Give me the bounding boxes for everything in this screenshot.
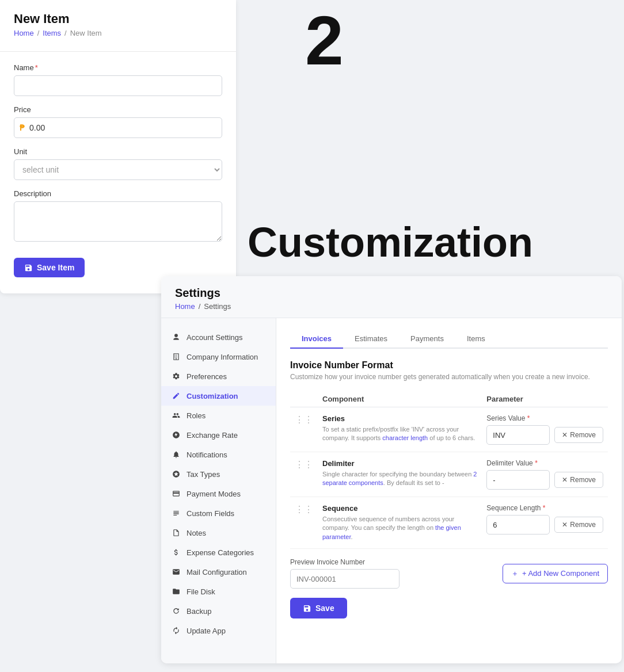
param-label-sequence: Sequence Length *: [486, 504, 603, 512]
person-icon: [172, 333, 181, 342]
component-desc-sequence: Consecutive sequence of numbers across y…: [322, 515, 477, 541]
sidebar-item-update[interactable]: Update App: [161, 621, 276, 640]
sidebar-label-preferences: Preferences: [187, 372, 227, 381]
delimiter-value-input[interactable]: [486, 470, 550, 490]
settings-sidebar: Account Settings Company Information Pre…: [161, 318, 276, 663]
file-icon: [172, 587, 181, 596]
sidebar-label-notifications: Notifications: [187, 450, 227, 459]
sidebar-item-mail[interactable]: Mail Configuration: [161, 562, 276, 582]
param-label-delimiter: Delimiter Value *: [486, 459, 603, 467]
name-label: Name*: [14, 63, 222, 72]
sidebar-item-payment[interactable]: Payment Modes: [161, 484, 276, 503]
breadcrumb-home[interactable]: Home: [14, 29, 34, 37]
payment-icon: [172, 489, 181, 498]
preview-input[interactable]: [290, 569, 399, 589]
component-name-series: Series: [322, 414, 477, 423]
drag-handle-delimiter[interactable]: ⋮⋮: [295, 459, 313, 469]
notes-icon: [172, 528, 181, 537]
step-number: 2: [305, 6, 344, 75]
sidebar-item-file[interactable]: File Disk: [161, 582, 276, 601]
sidebar-item-custom-fields[interactable]: Custom Fields: [161, 503, 276, 523]
preview-label: Preview Invoice Number: [290, 558, 493, 566]
drag-handle-series[interactable]: ⋮⋮: [295, 414, 313, 425]
remove-delimiter-button[interactable]: ✕ Remove: [554, 472, 603, 488]
sidebar-label-company: Company Information: [187, 353, 258, 361]
settings-save-button[interactable]: Save: [290, 598, 347, 618]
settings-header: Settings Home / Settings: [161, 276, 622, 318]
save-icon-settings: [303, 604, 311, 613]
component-name-delimiter: Delimiter: [322, 459, 477, 468]
component-row-sequence: ⋮⋮ Sequence Consecutive sequence of numb…: [290, 497, 608, 549]
tab-items[interactable]: Items: [455, 330, 497, 349]
settings-main: Invoices Estimates Payments Items Invoic…: [276, 318, 622, 663]
settings-body: Account Settings Company Information Pre…: [161, 318, 622, 663]
sidebar-item-notes[interactable]: Notes: [161, 523, 276, 543]
people-icon: [172, 411, 181, 420]
sidebar-item-expense[interactable]: Expense Categories: [161, 543, 276, 562]
breadcrumb-current: New Item: [70, 29, 102, 37]
unit-select[interactable]: select unit: [14, 159, 222, 180]
sidebar-item-tax[interactable]: Tax Types: [161, 464, 276, 484]
remove-sequence-button[interactable]: ✕ Remove: [554, 517, 603, 533]
backup-icon: [172, 606, 181, 616]
sequence-length-input[interactable]: [486, 515, 550, 534]
tab-estimates[interactable]: Estimates: [343, 330, 399, 349]
unit-field-group: Unit select unit: [14, 147, 222, 180]
component-desc-delimiter: Single character for specifying the boun…: [322, 470, 477, 488]
sidebar-label-payment: Payment Modes: [187, 490, 241, 498]
sidebar-label-backup: Backup: [187, 607, 211, 616]
drag-handle-sequence[interactable]: ⋮⋮: [295, 503, 313, 514]
sidebar-label-update: Update App: [187, 627, 226, 635]
settings-breadcrumb-home[interactable]: Home: [175, 302, 195, 311]
sidebar-item-account[interactable]: Account Settings: [161, 327, 276, 347]
sidebar-label-notes: Notes: [187, 529, 206, 537]
param-label-series: Series Value *: [486, 414, 603, 422]
sidebar-item-company[interactable]: Company Information: [161, 347, 276, 366]
price-input[interactable]: [14, 117, 222, 138]
sidebar-item-backup[interactable]: Backup: [161, 601, 276, 621]
sidebar-label-customization: Customization: [187, 392, 238, 400]
tab-bar: Invoices Estimates Payments Items: [290, 330, 608, 349]
building-icon: [172, 352, 181, 361]
sidebar-item-customization[interactable]: Customization: [161, 386, 276, 406]
sidebar-item-exchange[interactable]: Exchange Rate: [161, 425, 276, 445]
breadcrumb-items[interactable]: Items: [43, 29, 61, 37]
tax-icon: [172, 469, 181, 479]
price-field-group: Price ₱: [14, 105, 222, 138]
name-input[interactable]: [14, 75, 222, 96]
name-field-group: Name*: [14, 63, 222, 96]
unit-label: Unit: [14, 147, 222, 156]
sidebar-item-notifications[interactable]: Notifications: [161, 445, 276, 464]
description-label: Description: [14, 189, 222, 198]
section-description: Customize how your invoice number gets g…: [290, 373, 608, 381]
breadcrumb: Home / Items / New Item: [14, 29, 222, 37]
settings-breadcrumb: Home / Settings: [175, 302, 608, 311]
sidebar-label-custom-fields: Custom Fields: [187, 509, 234, 518]
tab-invoices[interactable]: Invoices: [290, 330, 343, 349]
component-desc-series: To set a static prefix/postfix like 'INV…: [322, 425, 477, 443]
remove-series-button[interactable]: ✕ Remove: [554, 427, 603, 443]
sidebar-label-account: Account Settings: [187, 333, 243, 342]
save-item-button[interactable]: Save Item: [14, 258, 85, 277]
description-input[interactable]: [14, 201, 222, 242]
sidebar-item-preferences[interactable]: Preferences: [161, 366, 276, 386]
component-row-series: ⋮⋮ Series To set a static prefix/postfix…: [290, 407, 608, 452]
page-title: New Item: [14, 12, 222, 26]
component-row-delimiter: ⋮⋮ Delimiter Single character for specif…: [290, 452, 608, 497]
add-new-component-button[interactable]: ＋ + Add New Component: [503, 564, 608, 583]
tab-payments[interactable]: Payments: [399, 330, 455, 349]
mail-icon: [172, 567, 181, 576]
currency-symbol: ₱: [20, 123, 25, 132]
sidebar-item-roles[interactable]: Roles: [161, 406, 276, 425]
settings-breadcrumb-current: Settings: [204, 302, 231, 311]
sidebar-label-expense: Expense Categories: [187, 548, 254, 557]
new-item-panel: New Item Home / Items / New Item Name* P…: [0, 0, 236, 293]
series-value-input[interactable]: [486, 425, 550, 445]
sidebar-label-tax: Tax Types: [187, 470, 220, 479]
bell-icon: [172, 450, 181, 459]
pencil-icon: [172, 391, 181, 400]
component-name-sequence: Sequence: [322, 504, 477, 513]
settings-panel: Settings Home / Settings Account Setting…: [161, 276, 622, 663]
price-label: Price: [14, 105, 222, 114]
param-input-wrap-sequence: ✕ Remove: [486, 515, 603, 534]
